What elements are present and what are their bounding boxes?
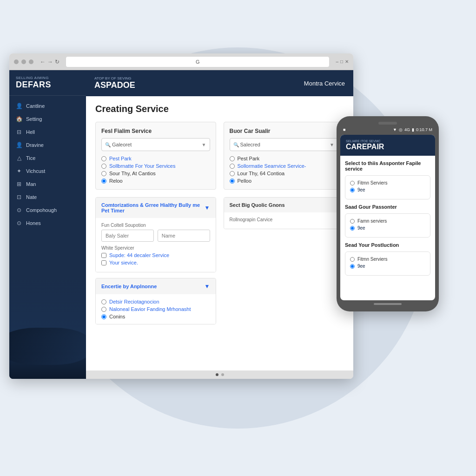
- collapsible-body-1: Fun Coltell Soupotion White Spervicer Su…: [96, 218, 216, 272]
- collapsible-title-1: Comtorizations & Grree Hialthy Bully me …: [101, 202, 205, 213]
- form-left-select[interactable]: Galeoret: [101, 138, 210, 151]
- mobile-radio-2-0[interactable]: Fitmn Serviers: [350, 257, 425, 262]
- radio-right-1-input[interactable]: [230, 164, 235, 169]
- coll2-radio-0[interactable]: [101, 299, 106, 304]
- mobile-radio-2-1-input[interactable]: [350, 264, 355, 269]
- select-left-arrow: ▼: [202, 142, 206, 147]
- sidebar-item-nate-label: Nate: [26, 194, 37, 200]
- collapsible-header-2[interactable]: Encertie by Anplnonne ▼: [96, 278, 216, 294]
- collapsible-input-2[interactable]: [158, 230, 210, 242]
- mobile-radio-0-0[interactable]: Fitmn Serviers: [350, 180, 425, 185]
- sidebar-item-setting[interactable]: 🏠 Setting: [9, 112, 86, 126]
- square-icon: ⊡: [16, 194, 22, 200]
- radio-left-2[interactable]: Sour Thy, At Cantios: [101, 171, 210, 176]
- mobile-notch: [378, 122, 397, 125]
- checkbox-2[interactable]: Your sievice.: [101, 260, 210, 265]
- collapsible-section-3: Sect Big Quolic Gnons Rollnograpin Carvi…: [224, 197, 344, 229]
- mobile-4g-icon: 4G: [404, 127, 410, 132]
- radio-left-0-input[interactable]: [101, 156, 106, 161]
- settings-icon: ⊙: [16, 207, 22, 213]
- mobile-radio-2-0-input[interactable]: [350, 257, 355, 262]
- collapsible-right: Sect Big Quolic Gnons Rollnograpin Carvi…: [224, 197, 344, 330]
- mobile-home-indicator[interactable]: [374, 303, 402, 305]
- radio-left-2-input[interactable]: [101, 171, 106, 176]
- pagination-dot-1[interactable]: [216, 373, 218, 376]
- form-left-radio-group: Pest Park Sollbrnatte For Your Services …: [101, 156, 210, 184]
- pagination-dot-2[interactable]: [221, 373, 224, 376]
- radio-left-1-input[interactable]: [101, 164, 106, 169]
- circle-icon: ⊙: [16, 220, 22, 226]
- mobile-radio-2-1[interactable]: 9ee: [350, 264, 425, 269]
- form-right-select-wrapper: 🔍 Salecred ▼: [230, 138, 338, 151]
- mobile-body: Select to thiis Assponter Fapile service…: [340, 156, 435, 300]
- radio-right-0-input[interactable]: [230, 156, 235, 161]
- checkbox-2-input[interactable]: [101, 260, 106, 265]
- collapsible-radio-2[interactable]: Conins: [101, 314, 210, 319]
- mobile-radio-1-1[interactable]: 9ee: [350, 225, 425, 231]
- sidebar-item-hones[interactable]: ⊙ Hones: [9, 217, 86, 230]
- sidebar-item-vichcust[interactable]: ✦ Vichcust: [9, 165, 86, 178]
- sidebar-item-man[interactable]: ⊞ Man: [9, 178, 86, 191]
- checkbox-1-input[interactable]: [101, 253, 106, 258]
- mobile-radio-0-1[interactable]: 9ee: [350, 187, 425, 192]
- checkbox-1[interactable]: Supde: 44 decaler Service: [101, 252, 210, 258]
- radio-right-0[interactable]: Pest Park: [230, 156, 338, 161]
- sidebar-item-compohough[interactable]: ⊙ Compohough: [9, 204, 86, 217]
- radio-right-2[interactable]: Lour Thy, 64 Contioa: [230, 171, 338, 176]
- radio-right-3[interactable]: Pelloo: [230, 178, 338, 184]
- form-section-left: Fesl Fialim Service 🔍 Galeoret ▼ Pest: [95, 122, 216, 190]
- mobile-card-2: Fitmn Serviers 9ee: [345, 251, 430, 276]
- radio-left-1[interactable]: Sollbrnatte For Your Services: [101, 163, 210, 169]
- radio-right-2-input[interactable]: [230, 171, 235, 176]
- radio-right-1[interactable]: Sollormatie Searrvice Service-: [230, 163, 338, 169]
- minimize-icon[interactable]: –: [336, 59, 338, 64]
- collapsible-header-1[interactable]: Comtorizations & Grree Hialthy Bully me …: [96, 198, 216, 218]
- sidebar-item-nate[interactable]: ⊡ Nate: [9, 191, 86, 204]
- sidebar-item-dravine[interactable]: 👤 Dravine: [9, 139, 86, 152]
- sidebar-header: SELLING AIMING DEFARS: [9, 70, 86, 96]
- sidebar-item-cantline[interactable]: 👤 Cantline: [9, 99, 86, 112]
- sidebar-item-hell[interactable]: ⊟ Hell: [9, 126, 86, 139]
- browser-dot-green: [29, 60, 33, 64]
- sidebar-item-cantline-label: Cantline: [26, 103, 45, 109]
- close-icon[interactable]: ✕: [345, 59, 349, 64]
- coll2-radio-2[interactable]: [101, 314, 106, 319]
- mobile-radio-0-0-input[interactable]: [350, 181, 355, 185]
- browser-address-bar[interactable]: G: [66, 57, 329, 67]
- radio-right-3-input[interactable]: [230, 178, 235, 184]
- collapsible-header-3[interactable]: Sect Big Quolic Gnons: [224, 198, 344, 212]
- collapsible-radio-1[interactable]: Naloneal Eavior Fanding Mrhonasht: [101, 306, 210, 312]
- browser-refresh-btn[interactable]: ↻: [55, 59, 60, 65]
- collapsible-title-3: Sect Big Quolic Gnons: [230, 202, 285, 208]
- coll2-radio-1[interactable]: [101, 307, 106, 312]
- sidebar: SELLING AIMING DEFARS 👤 Cantline 🏠 Setti…: [9, 70, 86, 379]
- mobile-radio-0-1-input[interactable]: [350, 188, 355, 192]
- collapsible-radio-0[interactable]: Detsir Reciotagnocion: [101, 299, 210, 304]
- form-left-select-wrapper: 🔍 Galeoret ▼: [101, 138, 210, 151]
- radio-left-0[interactable]: Pest Park: [101, 156, 210, 161]
- sidebar-item-hell-label: Hell: [26, 129, 35, 135]
- collapsible-input-1[interactable]: [101, 230, 154, 242]
- page-title: Creating Service: [95, 104, 344, 114]
- pagination-dots: [86, 370, 353, 379]
- browser-forward-btn[interactable]: →: [47, 59, 53, 65]
- collapsible-subtitle-1: Fun Coltell Soupotion: [101, 223, 210, 228]
- browser-back-btn[interactable]: ←: [40, 59, 46, 65]
- radio-left-3[interactable]: Reloo: [101, 178, 210, 184]
- form-right-select[interactable]: Salecred: [230, 138, 338, 151]
- sidebar-item-dravine-label: Dravine: [26, 142, 44, 148]
- browser-nav-controls: ← → ↻: [40, 59, 60, 65]
- radio-left-3-input[interactable]: [101, 178, 106, 184]
- sidebar-item-setting-label: Setting: [26, 116, 42, 122]
- mobile-screen: SELIARE ITOE SEVMC CAREPAIR Select to th…: [340, 135, 435, 300]
- sidebar-item-tice[interactable]: △ Tice: [9, 152, 86, 165]
- mobile-radio-1-0-input[interactable]: [350, 219, 355, 224]
- maximize-icon[interactable]: □: [340, 59, 343, 64]
- select-left-icon: 🔍: [105, 142, 111, 147]
- main-header-title: ASPADOE: [94, 80, 135, 90]
- address-text: G: [70, 59, 325, 65]
- form-right-radio-group: Pest Park Sollormatie Searrvice Service-…: [230, 156, 338, 184]
- browser-dot-yellow: [21, 60, 26, 64]
- mobile-radio-1-1-input[interactable]: [350, 226, 355, 231]
- mobile-radio-1-0[interactable]: Famn serviers: [350, 218, 425, 224]
